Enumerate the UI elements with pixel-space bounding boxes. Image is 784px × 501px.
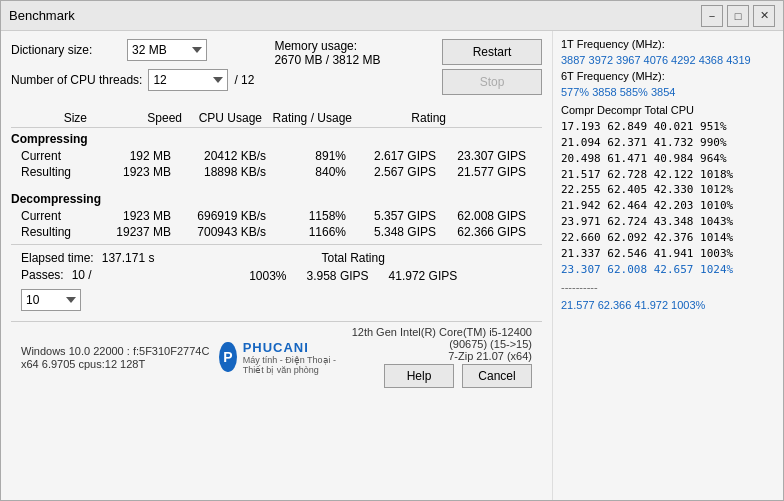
compress-current-row: Current 192 MB 20412 KB/s 891% 2.617 GIP… — [11, 148, 542, 164]
arch-info: x64 6.9705 cpus:12 128T — [21, 358, 209, 370]
compress-current-size: 192 MB — [91, 149, 171, 163]
right-data-rows: 17.193 62.849 40.021 951%21.094 62.371 4… — [561, 119, 775, 278]
logo-icon: P — [219, 342, 236, 372]
benchmark-window: Benchmark − □ ✕ Dictionary size: 32 MB — [0, 0, 784, 501]
help-cancel-buttons: Help Cancel — [384, 364, 532, 388]
right-data-row: 23.971 62.724 43.348 1043% — [561, 214, 775, 230]
compressing-header: Compressing — [11, 132, 542, 146]
passes-select[interactable]: 10 — [21, 289, 81, 311]
decompress-current-cpu: 1158% — [266, 209, 346, 223]
action-buttons: Restart Stop — [442, 39, 542, 95]
memory-label: Memory usage: — [274, 39, 422, 53]
col-size-header: Size — [11, 111, 91, 125]
compress-resulting-cpu: 840% — [266, 165, 346, 179]
decompress-current-speed: 696919 KB/s — [171, 209, 266, 223]
dictionary-select[interactable]: 32 MB — [127, 39, 207, 61]
freq-6t-values: 577% 3858 585% 3854 — [561, 85, 775, 101]
compress-current-cpu: 891% — [266, 149, 346, 163]
right-data-row: 22.255 62.405 42.330 1012% — [561, 182, 775, 198]
compress-current-speed: 20412 KB/s — [171, 149, 266, 163]
right-data-row: 21.517 62.728 42.122 1018% — [561, 167, 775, 183]
stop-button[interactable]: Stop — [442, 69, 542, 95]
cancel-button[interactable]: Cancel — [462, 364, 532, 388]
decompress-current-rating: 62.008 GIPS — [436, 209, 526, 223]
minimize-button[interactable]: − — [701, 5, 723, 27]
memory-block: Memory usage: 2670 MB / 3812 MB — [274, 39, 422, 67]
right-data-row: 22.660 62.092 42.376 1014% — [561, 230, 775, 246]
compress-current-rating: 23.307 GIPS — [436, 149, 526, 163]
table-col-header: Compr Decompr Total CPU — [561, 103, 775, 119]
passes-label: Passes: — [21, 268, 64, 282]
benchmark-table: Size Speed CPU Usage Rating / Usage Rati… — [11, 109, 542, 240]
bottom-row: Elapsed time: 137.171 s Passes: 10 / 10 — [21, 251, 532, 311]
right-data-row: 17.193 62.849 40.021 951% — [561, 119, 775, 135]
summary-row: 21.577 62.366 41.972 1003% — [561, 298, 775, 314]
restart-button[interactable]: Restart — [442, 39, 542, 65]
decompress-current-rating-usage: 5.357 GIPS — [346, 209, 436, 223]
main-content: Dictionary size: 32 MB Number of CPU thr… — [1, 31, 783, 500]
bottom-stats: Elapsed time: 137.171 s Passes: 10 / 10 — [11, 244, 542, 317]
elapsed-block: Elapsed time: 137.171 s Passes: 10 / 10 — [21, 251, 154, 311]
elapsed-value: 137.171 s — [102, 251, 155, 265]
footer-center: P PHUCANI Máy tính - Điện Thoại - Thiết … — [219, 340, 341, 375]
divider: ---------- — [561, 280, 775, 296]
close-button[interactable]: ✕ — [753, 5, 775, 27]
compress-current-label: Current — [11, 149, 91, 163]
cpu-threads-select[interactable]: 12 — [148, 69, 228, 91]
decompress-current-label: Current — [11, 209, 91, 223]
compress-resulting-size: 1923 MB — [91, 165, 171, 179]
window-controls: − □ ✕ — [701, 5, 775, 27]
total-rating-block: Total Rating 1003% 3.958 GIPS 41.972 GIP… — [174, 251, 532, 283]
decompress-resulting-speed: 700943 KB/s — [171, 225, 266, 239]
freq-6t-label: 6T Frequency (MHz): — [561, 69, 775, 85]
logo-text: PHUCANI — [243, 340, 342, 355]
memory-value: 2670 MB / 3812 MB — [274, 53, 422, 67]
total-rating-gips2: 41.972 GIPS — [389, 269, 458, 283]
col-rating-header: Rating — [356, 111, 446, 125]
os-info: Windows 10.0 22000 : f:5F310F2774C — [21, 345, 209, 357]
right-data-row: 23.307 62.008 42.657 1024% — [561, 262, 775, 278]
cpu-detail: (90675) (15->15) — [449, 338, 532, 350]
dictionary-label: Dictionary size: — [11, 43, 121, 57]
compress-resulting-label: Resulting — [11, 165, 91, 179]
cpu-threads-label: Number of CPU threads: — [11, 73, 142, 87]
decompress-resulting-size: 19237 MB — [91, 225, 171, 239]
decompress-resulting-rating: 62.366 GIPS — [436, 225, 526, 239]
logo-subtitle: Máy tính - Điện Thoại - Thiết bị văn phò… — [243, 355, 342, 375]
col-rating-usage-header: Rating / Usage — [266, 111, 356, 125]
compress-resulting-rating-usage: 2.567 GIPS — [346, 165, 436, 179]
col-cpu-header: CPU Usage — [186, 111, 266, 125]
right-data-row: 21.942 62.464 42.203 1010% — [561, 198, 775, 214]
top-controls: Dictionary size: 32 MB Number of CPU thr… — [11, 39, 542, 95]
right-data-row: 21.094 62.371 41.732 990% — [561, 135, 775, 151]
window-title: Benchmark — [9, 8, 701, 23]
decompressing-header: Decompressing — [11, 192, 542, 206]
total-rating-label: Total Rating — [174, 251, 532, 265]
right-panel: 1T Frequency (MHz): 3887 3972 3967 4076 … — [553, 31, 783, 500]
decompress-resulting-row: Resulting 19237 MB 700943 KB/s 1166% 5.3… — [11, 224, 542, 240]
passes-value: 10 / — [72, 268, 92, 282]
cpu-threads-suffix: / 12 — [234, 73, 254, 87]
cpu-name: 12th Gen Intel(R) Core(TM) i5-12400 — [352, 326, 532, 338]
dictionary-row: Dictionary size: 32 MB — [11, 39, 254, 61]
right-data-row: 20.498 61.471 40.984 964% — [561, 151, 775, 167]
help-button[interactable]: Help — [384, 364, 454, 388]
decompress-resulting-cpu: 1166% — [266, 225, 346, 239]
decompress-resulting-rating-usage: 5.348 GIPS — [346, 225, 436, 239]
maximize-button[interactable]: □ — [727, 5, 749, 27]
app-info: 7-Zip 21.07 (x64) — [448, 350, 532, 362]
passes-row: Passes: 10 / — [21, 268, 154, 282]
elapsed-label: Elapsed time: — [21, 251, 94, 265]
freq-1t-values: 3887 3972 3967 4076 4292 4368 4319 — [561, 53, 775, 69]
decompress-current-size: 1923 MB — [91, 209, 171, 223]
total-rating-values: 1003% 3.958 GIPS 41.972 GIPS — [174, 269, 532, 283]
compress-resulting-row: Resulting 1923 MB 18898 KB/s 840% 2.567 … — [11, 164, 542, 180]
left-panel: Dictionary size: 32 MB Number of CPU thr… — [1, 31, 553, 500]
compress-resulting-speed: 18898 KB/s — [171, 165, 266, 179]
decompress-current-row: Current 1923 MB 696919 KB/s 1158% 5.357 … — [11, 208, 542, 224]
col-speed-header: Speed — [91, 111, 186, 125]
table-header: Size Speed CPU Usage Rating / Usage Rati… — [11, 109, 542, 128]
compress-resulting-rating: 21.577 GIPS — [436, 165, 526, 179]
freq-1t-label: 1T Frequency (MHz): — [561, 37, 775, 53]
decompress-resulting-label: Resulting — [11, 225, 91, 239]
